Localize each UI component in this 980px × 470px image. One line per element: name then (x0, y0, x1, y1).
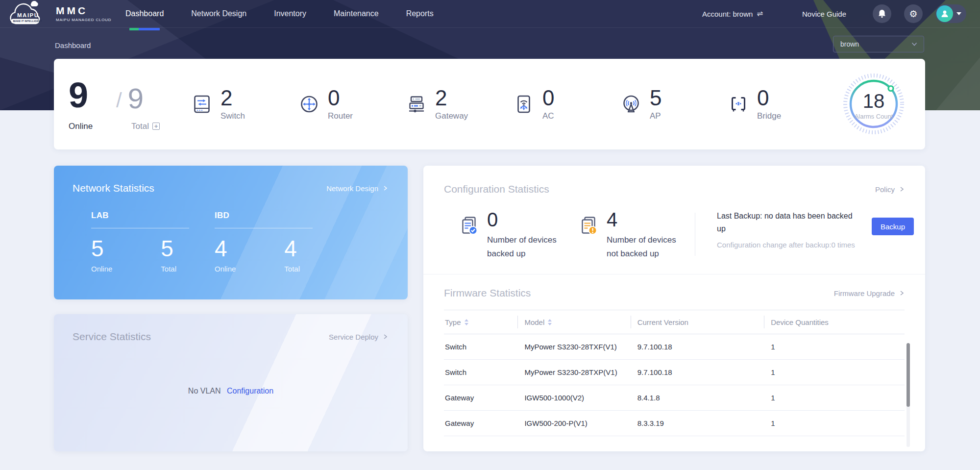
bridge-label: Bridge (757, 111, 781, 121)
gateway-icon (405, 93, 428, 116)
bridge-icon (727, 93, 750, 116)
service-statistics-card: Service Statistics Service Deploy No VLA… (54, 314, 408, 451)
table-row[interactable]: Gateway IGW500-200-P(V1) 8.3.3.19 1 (444, 411, 905, 436)
network-statistics-title: Network Statistics (73, 182, 154, 194)
switch-count: 2 (220, 87, 245, 109)
swap-icon: ⇌ (757, 9, 763, 18)
bell-icon (877, 9, 887, 19)
logo-tagline: MAKE IT INTELLIGENT (13, 20, 43, 23)
user-menu[interactable] (935, 4, 966, 23)
table-row[interactable]: Switch MyPower S3230-28TXP(V1) 9.7.100.1… (444, 360, 905, 385)
avatar (936, 5, 953, 22)
firmware-table: Type Model Current Version Device Quanti… (444, 310, 905, 436)
router-icon (298, 93, 320, 116)
top-navigation: MAIPU MAKE IT INTELLIGENT MMC MAIPU MANA… (0, 0, 980, 28)
backed-up-count: 0 (487, 210, 567, 229)
backup-change-note: Configuration change after backup:0 time… (717, 239, 862, 251)
table-scrollbar[interactable] (906, 343, 910, 447)
total-label: Total (131, 122, 149, 131)
chevron-right-icon (899, 186, 905, 192)
devices-backed-up-stat: 0 Number of devices backed up (458, 210, 567, 260)
service-deploy-link[interactable]: Service Deploy (329, 333, 388, 341)
gear-icon: ⚙ (909, 9, 917, 19)
dashboard-page: MAIPU MAKE IT INTELLIGENT MMC MAIPU MANA… (0, 0, 980, 470)
chevron-right-icon (382, 334, 388, 340)
sort-icon[interactable] (548, 319, 552, 325)
scrollbar-thumb[interactable] (906, 343, 910, 407)
novice-guide-link[interactable]: Novice Guide (802, 10, 846, 18)
site-select-value: brown (840, 40, 859, 48)
online-label: Online (69, 122, 116, 131)
stat-switch: 2 Switch (191, 87, 298, 121)
settings-button[interactable]: ⚙ (904, 4, 923, 23)
person-icon (940, 9, 950, 19)
brand-logo[interactable]: MAIPU MAKE IT INTELLIGENT MMC MAIPU MANA… (5, 1, 119, 26)
ap-icon (620, 93, 642, 116)
nav-item-network-design[interactable]: Network Design (191, 0, 246, 27)
ibd-total-count: 4 (284, 237, 300, 260)
active-tab-indicator (129, 28, 160, 30)
nav-item-maintenance[interactable]: Maintenance (334, 0, 379, 27)
not-backed-up-count: 4 (607, 210, 687, 229)
online-total-summary: 9 / 9 Online Total + (69, 77, 191, 131)
online-count: 9 (69, 77, 116, 113)
alarms-count-label: Alarms Count (841, 113, 906, 120)
ac-label: AC (542, 111, 554, 121)
nav-item-reports[interactable]: Reports (406, 0, 434, 27)
stat-router: 0 Router (298, 87, 405, 121)
alarms-gauge[interactable]: 18 Alarms Count (841, 72, 906, 136)
chevron-right-icon (382, 185, 388, 191)
last-backup-text: Last Backup: no data has been backed up (717, 210, 862, 236)
notifications-button[interactable] (873, 4, 891, 23)
brand-name: MMC (56, 5, 111, 16)
expand-total-icon[interactable]: + (152, 123, 160, 130)
vertical-divider (695, 213, 695, 256)
ac-icon (513, 93, 535, 116)
site-select[interactable]: brown (833, 36, 924, 52)
lab-online-count: 5 (91, 237, 112, 260)
switch-icon (191, 93, 213, 116)
maipu-cloud-logo-icon: MAIPU MAKE IT INTELLIGENT (5, 1, 50, 26)
column-header-device-quantities: Device Quantities (764, 318, 905, 326)
network-design-link[interactable]: Network Design (326, 184, 388, 193)
switch-label: Switch (220, 111, 245, 121)
sort-icon[interactable] (465, 319, 468, 325)
no-vlan-text: No VLAN (188, 387, 221, 395)
table-row[interactable]: Switch MyPower S3230-28TXF(V1) 9.7.100.1… (444, 334, 905, 360)
config-not-backed-up-icon (577, 215, 600, 237)
nav-item-dashboard[interactable]: Dashboard (125, 0, 164, 27)
router-label: Router (328, 111, 353, 121)
column-header-model[interactable]: Model (517, 318, 630, 326)
ap-label: AP (650, 111, 662, 121)
alarms-count: 18 (841, 90, 906, 112)
logo-text: MAIPU (17, 12, 39, 18)
network-statistics-card: Network Statistics Network Design LAB 5 … (54, 166, 408, 299)
chevron-down-icon (956, 12, 961, 15)
gateway-count: 2 (435, 87, 468, 109)
configuration-statistics-title: Configuration Statistics (444, 183, 549, 195)
account-switcher[interactable]: Account: brown ⇌ (702, 9, 763, 18)
main-nav: Dashboard Network Design Inventory Maint… (125, 0, 434, 27)
firmware-statistics-title: Firmware Statistics (444, 287, 531, 299)
ibd-online-count: 4 (215, 237, 236, 260)
separator: / (116, 90, 122, 113)
config-backed-up-icon (458, 215, 480, 237)
stat-ap: 5 AP (620, 87, 727, 121)
table-row[interactable]: Gateway IGW500-1000(V2) 8.4.1.8 1 (444, 385, 905, 411)
nav-item-inventory[interactable]: Inventory (274, 0, 306, 27)
firmware-table-header: Type Model Current Version Device Quanti… (444, 310, 905, 334)
lab-total-count: 5 (161, 237, 176, 260)
breadcrumb: Dashboard (55, 41, 91, 49)
device-overview-card: 9 / 9 Online Total + (54, 59, 925, 149)
vlan-configuration-link[interactable]: Configuration (227, 387, 273, 395)
backup-button[interactable]: Backup (872, 218, 914, 235)
service-statistics-title: Service Statistics (73, 331, 151, 343)
stat-bridge: 0 Bridge (727, 87, 834, 121)
router-count: 0 (328, 87, 353, 109)
total-count: 9 (128, 84, 144, 113)
network-group-lab: LAB 5 Online 5 Total (91, 211, 189, 273)
stat-ac: 0 AC (513, 87, 620, 121)
column-header-type[interactable]: Type (444, 318, 517, 326)
firmware-upgrade-link[interactable]: Firmware Upgrade (834, 289, 905, 297)
policy-link[interactable]: Policy (875, 185, 905, 194)
